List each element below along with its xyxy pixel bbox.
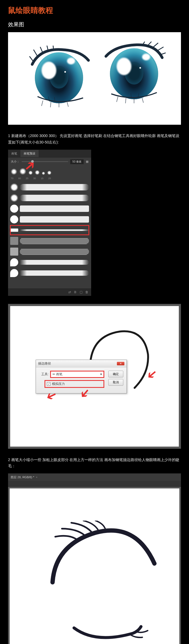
brush-soft[interactable] xyxy=(10,182,89,192)
brush-list xyxy=(8,181,91,280)
canvas-stroke-dialog: 描边路径 ✕ 工具: ✏ 画笔 ▾ ✓ 模拟压力 xyxy=(8,304,181,449)
eye-left xyxy=(27,46,91,110)
brush-hard[interactable] xyxy=(10,204,89,214)
panel-menu-icon[interactable]: ▦ xyxy=(86,160,88,163)
result-heading: 效果图 xyxy=(8,21,181,28)
doc-icon[interactable]: 🗎 xyxy=(74,290,77,294)
page-title: 鼠绘眼睛教程 xyxy=(8,5,181,16)
brush-size-previews xyxy=(8,166,91,177)
new-icon[interactable]: ▢ xyxy=(80,290,83,294)
pressure-label: 模拟压力 xyxy=(52,382,65,386)
brush-taper2[interactable] xyxy=(10,268,89,278)
panel-footer: ⇄ 🗎 ▢ 🗑 xyxy=(8,288,91,296)
brush-flat-selected[interactable] xyxy=(10,225,89,235)
brush-texture1[interactable] xyxy=(10,236,89,246)
cancel-button[interactable]: 取消 xyxy=(108,379,123,386)
brush-tab[interactable]: 画笔 xyxy=(8,150,20,157)
step2-text: 2 画笔大小缩小一些 加粗上眼皮部分 在用上方一样的方法 画布加钢笔描边路径给人… xyxy=(8,457,181,470)
size-value[interactable]: 50 像素 xyxy=(70,159,84,164)
eye-right xyxy=(102,42,166,106)
brush-hard2[interactable] xyxy=(10,215,89,224)
swap-icon[interactable]: ⇄ xyxy=(68,290,71,294)
ok-button[interactable]: 确定 xyxy=(108,371,123,377)
brush-texture2[interactable] xyxy=(10,247,89,256)
step1-text: 1 新建画布（2000 3000 300） 先设置好画笔 选择好笔刷 在结合钢笔… xyxy=(8,133,181,146)
ruler xyxy=(8,481,181,487)
preset-tab[interactable]: 画笔预设 xyxy=(20,150,39,157)
close-icon[interactable]: ✕ xyxy=(117,362,124,365)
trash-icon[interactable]: 🗑 xyxy=(85,290,88,294)
tool-label: 工具: xyxy=(39,372,49,377)
pressure-checkbox[interactable]: ✓ xyxy=(47,382,50,386)
chevron-down-icon: ▾ xyxy=(100,372,102,376)
result-image xyxy=(8,32,181,125)
canvas-lashes: 图层 28, RGB/8) * × xyxy=(8,473,181,644)
doc-tab[interactable]: 图层 28, RGB/8) * xyxy=(11,475,34,479)
dialog-title: 描边路径 xyxy=(38,361,51,366)
brush-soft2[interactable] xyxy=(10,193,89,203)
brush-panel: 画笔 画笔预设 大小： 50 像素 ▦ 708025301525 ➔ ⇄ 🗎 ▢… xyxy=(8,150,91,296)
brush-taper1[interactable] xyxy=(10,257,89,267)
tool-dropdown[interactable]: ✏ 画笔 ▾ xyxy=(50,371,104,378)
size-label: 大小： xyxy=(11,160,20,164)
tab-close-icon[interactable]: × xyxy=(36,476,37,479)
eyelash-drawing xyxy=(42,521,162,644)
